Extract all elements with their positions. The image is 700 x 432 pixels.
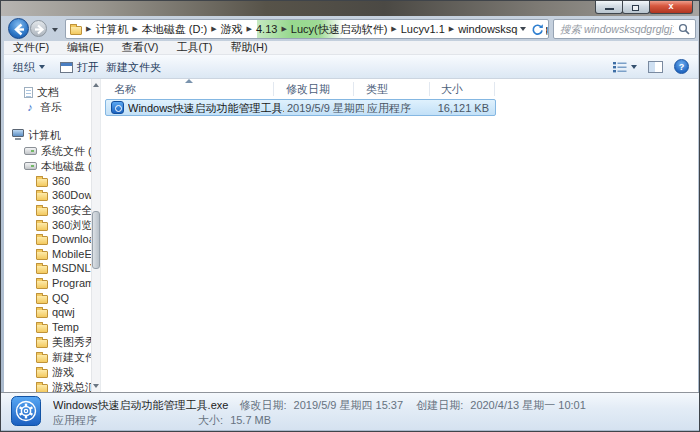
hard-drive-icon bbox=[24, 162, 37, 170]
list-view-icon bbox=[612, 61, 628, 73]
breadcrumb-item-413[interactable]: 4.13 bbox=[254, 23, 279, 35]
column-header-size[interactable]: 大小 bbox=[441, 81, 463, 97]
file-size: 16,121 KB bbox=[438, 101, 489, 115]
breadcrumb-separator: ▶ bbox=[389, 25, 398, 33]
sidebar-scrollbar[interactable] bbox=[91, 79, 100, 392]
close-icon: x bbox=[650, 1, 692, 12]
status-size-label: 大小: bbox=[198, 414, 223, 426]
back-arrow-icon bbox=[9, 19, 30, 40]
organize-button[interactable]: 组织 bbox=[9, 58, 49, 76]
refresh-icon[interactable] bbox=[531, 23, 544, 36]
folder-icon bbox=[36, 251, 48, 260]
file-row[interactable]: Windows快速启动功能管理工具.exe 2019/5/9 星期四 ... 应… bbox=[105, 99, 496, 116]
scroll-up-icon[interactable] bbox=[92, 79, 100, 91]
breadcrumb-separator: ▶ bbox=[209, 25, 218, 33]
open-label: 打开 bbox=[77, 60, 99, 75]
menu-item-view[interactable]: 查看(V) bbox=[113, 41, 168, 54]
sidebar-item-computer[interactable]: 计算机 bbox=[12, 128, 61, 142]
folder-icon bbox=[36, 178, 48, 187]
help-button[interactable] bbox=[674, 59, 689, 74]
document-icon bbox=[24, 87, 33, 98]
breadcrumb-separator: ▶ bbox=[447, 25, 456, 33]
breadcrumb: ▶ 计算机 ▶ 本地磁盘 (D:) ▶ 游戏 ▶ 4.13 ▶ Lucy(快速启… bbox=[66, 20, 548, 38]
minimize-icon bbox=[605, 8, 614, 10]
status-file-name: Windows快速启动功能管理工具.exe bbox=[53, 399, 228, 411]
file-type: 应用程序 bbox=[367, 101, 431, 115]
folder-icon bbox=[36, 369, 48, 378]
music-icon bbox=[24, 101, 36, 113]
open-button[interactable]: 打开 bbox=[56, 58, 103, 76]
address-bar[interactable]: ▶ 计算机 ▶ 本地磁盘 (D:) ▶ 游戏 ▶ 4.13 ▶ Lucy(快速启… bbox=[65, 19, 549, 39]
breadcrumb-separator: ▶ bbox=[84, 25, 93, 33]
sidebar-item-label: 游戏总汇 bbox=[52, 380, 96, 393]
breadcrumb-separator: ▶ bbox=[279, 25, 288, 33]
menu-item-tools[interactable]: 工具(T) bbox=[167, 41, 221, 54]
hard-drive-icon bbox=[24, 147, 37, 155]
menu-item-file[interactable]: 文件(F) bbox=[4, 41, 58, 54]
nav-history-chevron-icon[interactable] bbox=[52, 28, 58, 32]
sidebar-item-qqwj[interactable]: qqwj bbox=[36, 305, 75, 319]
breadcrumb-item-games[interactable]: 游戏 bbox=[219, 22, 245, 37]
status-details-line: Windows快速启动功能管理工具.exe 修改日期: 2019/5/9 星期四… bbox=[53, 398, 693, 413]
search-input[interactable] bbox=[554, 20, 674, 38]
folder-icon bbox=[36, 295, 48, 304]
menu-bar: 文件(F) 编辑(E) 查看(V) 工具(T) 帮助(H) bbox=[4, 41, 698, 55]
breadcrumb-item-computer[interactable]: 计算机 bbox=[93, 22, 130, 37]
sidebar-item-label: 360 bbox=[52, 175, 70, 187]
address-bar-controls bbox=[518, 20, 546, 38]
folder-icon bbox=[36, 265, 48, 274]
status-modified-label: 修改日期: bbox=[239, 399, 286, 411]
back-button[interactable] bbox=[8, 18, 29, 39]
window-controls: x bbox=[596, 1, 693, 14]
column-divider[interactable] bbox=[353, 82, 354, 96]
breadcrumb-separator: ▶ bbox=[245, 25, 254, 33]
sidebar-item-meitu[interactable]: 美图秀秀 bbox=[36, 335, 96, 349]
folder-icon bbox=[36, 236, 48, 245]
status-file-type: 应用程序 bbox=[53, 413, 97, 428]
sidebar-item-360[interactable]: 360 bbox=[36, 174, 70, 188]
sidebar-item-label: 音乐 bbox=[40, 100, 62, 115]
column-header-name[interactable]: 名称 bbox=[114, 81, 136, 97]
sidebar-item-drive-d[interactable]: 本地磁盘 (D:) bbox=[24, 159, 100, 173]
breadcrumb-item-lucy[interactable]: Lucy(快速启动软件) bbox=[289, 22, 390, 37]
column-divider[interactable] bbox=[494, 82, 495, 96]
sidebar-item-music[interactable]: 音乐 bbox=[24, 100, 62, 114]
folder-icon bbox=[36, 192, 48, 201]
close-button[interactable]: x bbox=[649, 1, 693, 14]
breadcrumb-item-lucyv11[interactable]: Lucyv1.1 bbox=[399, 23, 447, 35]
folder-icon bbox=[70, 26, 82, 35]
title-bar[interactable]: x bbox=[1, 1, 699, 16]
address-dropdown-icon[interactable] bbox=[520, 27, 526, 31]
status-modified-value: 2019/5/9 星期四 15:37 bbox=[294, 399, 403, 411]
scroll-down-icon[interactable] bbox=[92, 380, 100, 392]
column-header-modified[interactable]: 修改日期 bbox=[286, 81, 330, 97]
menu-item-edit[interactable]: 编辑(E) bbox=[58, 41, 113, 54]
forward-button[interactable] bbox=[30, 20, 47, 37]
sidebar-item-msdnly[interactable]: MSDNLY bbox=[36, 261, 97, 275]
preview-pane-button[interactable] bbox=[648, 61, 663, 73]
sidebar-item-drive-c[interactable]: 系统文件 (C:) bbox=[24, 144, 100, 158]
column-header-type[interactable]: 类型 bbox=[366, 81, 388, 97]
minimize-button[interactable] bbox=[595, 1, 623, 14]
folder-icon bbox=[36, 384, 48, 393]
breadcrumb-separator: ▶ bbox=[130, 25, 139, 33]
chevron-down-icon bbox=[39, 65, 45, 69]
menu-item-help[interactable]: 帮助(H) bbox=[221, 41, 276, 54]
sidebar-item-label: QQ bbox=[52, 292, 69, 304]
sidebar-item-qq[interactable]: QQ bbox=[36, 291, 69, 305]
sidebar-item-documents[interactable]: 文档 bbox=[24, 85, 59, 99]
sidebar-item-games-collection[interactable]: 游戏总汇 bbox=[36, 380, 96, 392]
restore-button[interactable] bbox=[622, 1, 650, 14]
new-folder-button[interactable]: 新建文件夹 bbox=[102, 58, 165, 76]
search-icon[interactable] bbox=[678, 23, 691, 36]
column-divider[interactable] bbox=[429, 82, 430, 96]
navigation-bar: ▶ 计算机 ▶ 本地磁盘 (D:) ▶ 游戏 ▶ 4.13 ▶ Lucy(快速启… bbox=[1, 16, 699, 41]
scrollbar-thumb[interactable] bbox=[92, 211, 100, 269]
view-options-button[interactable] bbox=[612, 61, 637, 73]
application-gear-icon bbox=[11, 396, 41, 426]
sidebar-item-temp[interactable]: Temp bbox=[36, 320, 79, 334]
sidebar-item-games[interactable]: 游戏 bbox=[36, 365, 74, 379]
folder-icon bbox=[36, 207, 48, 216]
column-divider[interactable] bbox=[273, 82, 274, 96]
breadcrumb-item-drive-d[interactable]: 本地磁盘 (D:) bbox=[140, 22, 209, 37]
